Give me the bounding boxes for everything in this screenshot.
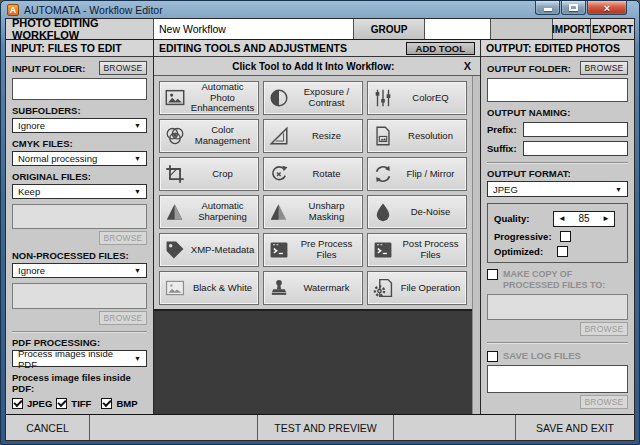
workflow-name-input[interactable] bbox=[154, 19, 353, 39]
tiff-checkbox[interactable] bbox=[56, 398, 67, 409]
nonprocessed-dropdown[interactable]: Ignore ▼ bbox=[12, 263, 147, 278]
tool-color-management[interactable]: Color Management bbox=[159, 119, 259, 153]
chevron-down-icon: ▼ bbox=[134, 188, 141, 195]
maximize-button[interactable] bbox=[561, 1, 586, 15]
resolution-document-icon bbox=[368, 125, 398, 147]
make-copy-folder-box bbox=[487, 294, 628, 320]
tool-xmp-metadata[interactable]: XMP-Metadata bbox=[159, 233, 259, 267]
tool-grid: Automatic Photo Enhancements Exposure / … bbox=[154, 76, 472, 309]
tool-pre-process-files[interactable]: Pre Process Files bbox=[263, 233, 363, 267]
output-folder-row: OUTPUT FOLDER: BROWSE bbox=[487, 61, 628, 75]
pdf-types-row: JPEG TIFF BMP bbox=[12, 398, 147, 409]
original-files-value: Keep bbox=[18, 186, 40, 197]
tool-file-operation[interactable]: File Operation bbox=[367, 271, 467, 305]
output-format-dropdown[interactable]: JPEG ▼ bbox=[487, 181, 628, 197]
quality-stepper: ◄ 85 ► bbox=[553, 211, 615, 227]
flip-mirror-arrows-icon bbox=[368, 163, 398, 185]
minimize-button[interactable] bbox=[535, 1, 560, 15]
cancel-button[interactable]: CANCEL bbox=[6, 415, 90, 440]
save-log-checkbox[interactable] bbox=[487, 351, 498, 362]
tool-automatic-sharpening[interactable]: Automatic Sharpening bbox=[159, 195, 259, 229]
rotate-arrow-icon bbox=[264, 163, 294, 185]
metadata-tag-icon bbox=[160, 239, 190, 261]
footer-bar: CANCEL TEST AND PREVIEW SAVE AND EXIT bbox=[6, 414, 634, 440]
group-button[interactable]: GROUP bbox=[354, 19, 425, 39]
exposure-contrast-icon bbox=[264, 87, 294, 109]
input-panel: INPUT: FILES TO EDIT INPUT FOLDER: BROWS… bbox=[6, 40, 154, 414]
app-body: PHOTO EDITING WORKFLOW GROUP IMPORT EXPO… bbox=[5, 18, 635, 441]
denoise-droplet-icon bbox=[368, 201, 398, 223]
suffix-input[interactable] bbox=[523, 141, 628, 156]
decrement-arrow-icon[interactable]: ◄ bbox=[554, 214, 570, 223]
input-folder-browse-button[interactable]: BROWSE bbox=[99, 61, 147, 75]
optimized-checkbox[interactable] bbox=[557, 246, 568, 257]
tool-resize[interactable]: Resize bbox=[263, 119, 363, 153]
original-folder-box bbox=[12, 204, 147, 230]
cmyk-dropdown[interactable]: Normal processing ▼ bbox=[12, 151, 147, 166]
original-files-dropdown[interactable]: Keep ▼ bbox=[12, 184, 147, 199]
postprocess-terminal-icon bbox=[368, 239, 398, 261]
save-log-row: SAVE LOG FILES bbox=[487, 350, 628, 362]
pdf-processing-dropdown[interactable]: Process images inside PDF ▼ bbox=[12, 350, 147, 367]
tool-unsharp-masking[interactable]: Unsharp Masking bbox=[263, 195, 363, 229]
output-folder-box[interactable] bbox=[487, 78, 628, 102]
save-log-folder-box bbox=[487, 365, 628, 393]
nonprocessed-value: Ignore bbox=[18, 265, 45, 276]
tool-rotate[interactable]: Rotate bbox=[263, 157, 363, 191]
group-value-input[interactable] bbox=[425, 19, 490, 39]
make-copy-checkbox[interactable] bbox=[487, 269, 498, 280]
tool-coloreq[interactable]: ColorEQ bbox=[367, 81, 467, 115]
tool-automatic-photo-enhancements[interactable]: Automatic Photo Enhancements bbox=[159, 81, 259, 115]
prefix-label: Prefix: bbox=[487, 124, 523, 135]
increment-arrow-icon[interactable]: ► bbox=[598, 214, 614, 223]
test-and-preview-button[interactable]: TEST AND PREVIEW bbox=[258, 415, 394, 440]
pdf-types-label: Process image files inside PDF: bbox=[12, 372, 147, 394]
palette-close-button[interactable]: X bbox=[464, 60, 471, 72]
bmp-checkbox[interactable] bbox=[101, 398, 112, 409]
input-panel-title: INPUT: FILES TO EDIT bbox=[6, 40, 153, 57]
tool-resolution[interactable]: Resolution bbox=[367, 119, 467, 153]
color-eq-sliders-icon bbox=[368, 87, 398, 109]
page-title: PHOTO EDITING WORKFLOW bbox=[6, 19, 154, 39]
tool-black-and-white[interactable]: Black & White bbox=[159, 271, 259, 305]
close-button[interactable]: × bbox=[587, 1, 627, 15]
tools-panel-header: EDITING TOOLS AND ADJUSTMENTS ADD TOOL bbox=[154, 40, 480, 57]
tool-post-process-files[interactable]: Post Process Files bbox=[367, 233, 467, 267]
header-filler bbox=[491, 19, 553, 39]
tools-scrollbar[interactable] bbox=[472, 76, 480, 414]
tool-exposure-contrast[interactable]: Exposure / Contrast bbox=[263, 81, 363, 115]
pdf-processing-label: PDF PROCESSING: bbox=[12, 337, 147, 348]
close-icon: × bbox=[604, 2, 610, 14]
tools-panel: EDITING TOOLS AND ADJUSTMENTS ADD TOOL C… bbox=[154, 40, 480, 414]
suffix-label: Suffix: bbox=[487, 143, 523, 154]
progressive-row: Progressive: bbox=[494, 231, 621, 242]
save-and-exit-button[interactable]: SAVE AND EXIT bbox=[516, 415, 634, 440]
import-button[interactable]: IMPORT bbox=[553, 19, 591, 39]
tool-palette-bar: Click Tool to Add It Into Workflow: X bbox=[154, 57, 480, 76]
original-files-label: ORIGINAL FILES: bbox=[12, 171, 147, 182]
photo-enhance-icon bbox=[160, 87, 190, 109]
suffix-row: Suffix: bbox=[487, 141, 628, 156]
make-copy-browse-button: BROWSE bbox=[580, 322, 628, 336]
tool-flip-mirror[interactable]: Flip / Mirror bbox=[367, 157, 467, 191]
tool-crop[interactable]: Crop bbox=[159, 157, 259, 191]
input-folder-box[interactable] bbox=[12, 78, 147, 100]
minimize-icon bbox=[544, 8, 552, 11]
tool-palette-title: Click Tool to Add It Into Workflow: bbox=[163, 61, 464, 72]
prefix-input[interactable] bbox=[523, 122, 628, 137]
subfolders-value: Ignore bbox=[18, 120, 45, 131]
export-button[interactable]: EXPORT bbox=[591, 19, 634, 39]
cmyk-label: CMYK FILES: bbox=[12, 138, 147, 149]
output-folder-browse-button[interactable]: BROWSE bbox=[580, 61, 628, 75]
pdf-processing-value: Process images inside PDF bbox=[18, 348, 134, 370]
progressive-checkbox[interactable] bbox=[560, 231, 571, 242]
add-tool-button[interactable]: ADD TOOL bbox=[406, 42, 475, 55]
output-naming-label: OUTPUT NAMING: bbox=[487, 107, 628, 118]
jpeg-checkbox[interactable] bbox=[12, 398, 23, 409]
output-panel: OUTPUT: EDITED PHOTOS OUTPUT FOLDER: BRO… bbox=[480, 40, 634, 414]
subfolders-dropdown[interactable]: Ignore ▼ bbox=[12, 118, 147, 133]
tool-watermark[interactable]: Watermark bbox=[263, 271, 363, 305]
prefix-row: Prefix: bbox=[487, 122, 628, 137]
tiff-checkbox-label: TIFF bbox=[71, 398, 91, 409]
tool-de-noise[interactable]: De-Noise bbox=[367, 195, 467, 229]
